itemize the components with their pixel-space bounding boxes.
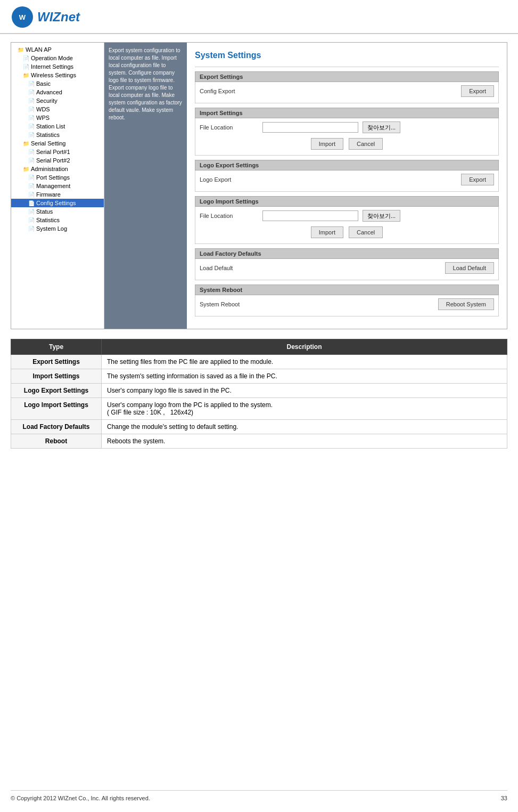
import-cancel-button[interactable]: Cancel [349, 138, 383, 150]
file-icon-status: 📄 [28, 209, 35, 215]
file-icon-statistics-wl: 📄 [28, 132, 35, 138]
export-settings-section: Export Settings Config Export Export [195, 71, 499, 103]
sidebar-label-wireless-settings: Wireless Settings [31, 72, 76, 78]
sidebar-item-security[interactable]: 📄 Security [11, 96, 104, 105]
logo-import-button[interactable]: Import [311, 226, 343, 238]
sidebar-item-wireless-settings[interactable]: 📁 Wireless Settings [11, 71, 104, 79]
sidebar-item-wlan-ap[interactable]: 📁 WLAN AP [11, 45, 104, 54]
description-text: Export system configuration to local com… [109, 47, 182, 120]
system-reboot-section: System Reboot System Reboot Reboot Syste… [195, 285, 499, 316]
table-row: Logo Import Settings User's company logo… [11, 398, 507, 420]
file-icon-station-list: 📄 [28, 124, 35, 129]
copyright-text: © Copyright 2012 WIZnet Co., Inc. All ri… [11, 795, 150, 801]
sidebar-item-management[interactable]: 📄 Management [11, 182, 104, 190]
sidebar-item-administration[interactable]: 📁 Administration [11, 165, 104, 173]
logo-import-file-location-row: File Location 찾아보기... [200, 210, 494, 222]
table-cell-type: Load Factory Defaults [11, 420, 102, 434]
sidebar-label-firmware: Firmware [36, 191, 61, 198]
table-cell-type: Export Settings [11, 355, 102, 369]
sidebar-label-serial-port2: Serial Port#2 [36, 157, 70, 164]
load-default-label: Load Default [200, 265, 258, 271]
file-icon-advanced: 📄 [28, 90, 35, 95]
table-row: Import Settings The system's setting inf… [11, 369, 507, 384]
sidebar-label-statistics-adm: Statistics [36, 217, 60, 223]
sidebar-item-wps[interactable]: 📄 WPS [11, 113, 104, 122]
table-cell-desc: User's company logo file is saved in the… [102, 384, 507, 398]
file-icon: 📄 [23, 55, 29, 61]
config-export-label: Config Export [200, 88, 258, 94]
file-icon-config-settings: 📄 [28, 200, 35, 206]
page-footer: © Copyright 2012 WIZnet Co., Inc. All ri… [11, 790, 507, 801]
table-row: Export Settings The setting files from t… [11, 355, 507, 369]
sidebar-label-status: Status [36, 208, 53, 215]
sidebar-item-statistics-adm[interactable]: 📄 Statistics [11, 216, 104, 224]
table-cell-desc: Change the module's setting to default s… [102, 420, 507, 434]
export-settings-header: Export Settings [195, 71, 499, 82]
sidebar-label-statistics-wl: Statistics [36, 132, 60, 138]
main-content: 📁 WLAN AP 📄 Operation Mode 📄 Internet Se… [0, 34, 518, 457]
sidebar-label-station-list: Station List [36, 123, 65, 129]
sidebar-item-basic[interactable]: 📄 Basic [11, 79, 104, 88]
description-panel: Export system configuration to local com… [104, 43, 187, 329]
sidebar-label-security: Security [36, 98, 57, 104]
sidebar-label-serial-setting: Serial Setting [31, 140, 65, 147]
logo-export-settings-header: Logo Export Settings [195, 160, 499, 170]
file-icon-basic: 📄 [28, 81, 35, 87]
sidebar-item-status[interactable]: 📄 Status [11, 207, 104, 216]
folder-icon-admin: 📁 [23, 166, 29, 172]
file-icon-firmware: 📄 [28, 192, 35, 198]
sidebar-item-operation-mode[interactable]: 📄 Operation Mode [11, 54, 104, 62]
import-file-location-input[interactable] [262, 122, 358, 133]
table-cell-type: Import Settings [11, 369, 102, 384]
file-icon-port-settings: 📄 [28, 175, 35, 181]
sidebar-item-internet-settings[interactable]: 📄 Internet Settings [11, 62, 104, 71]
logo-export-settings-body: Logo Export Export [195, 170, 499, 192]
file-icon: 📄 [23, 64, 29, 70]
file-icon-serial-port1: 📄 [28, 149, 35, 155]
sidebar-item-wds[interactable]: 📄 WDS [11, 105, 104, 113]
sidebar-item-config-settings[interactable]: 📄 Config Settings [11, 199, 104, 207]
sidebar-label-config-settings: Config Settings [36, 200, 76, 206]
logo-import-settings-body: File Location 찾아보기... Import Cancel [195, 207, 499, 244]
import-settings-section: Import Settings File Location 찾아보기... Im… [195, 108, 499, 156]
logo-export-button[interactable]: Export [461, 174, 494, 185]
logo-export-label: Logo Export [200, 176, 258, 183]
file-icon-security: 📄 [28, 98, 35, 104]
sidebar-item-serial-setting[interactable]: 📁 Serial Setting [11, 139, 104, 148]
logo-import-browse-button[interactable]: 찾아보기... [363, 210, 400, 222]
file-icon-serial-port2: 📄 [28, 158, 35, 164]
table-row: Load Factory Defaults Change the module'… [11, 420, 507, 434]
import-file-location-label: File Location [200, 124, 258, 131]
logo-import-settings-section: Logo Import Settings File Location 찾아보기.… [195, 196, 499, 244]
import-file-location-row: File Location 찾아보기... [200, 121, 494, 133]
sidebar-item-statistics-wl[interactable]: 📄 Statistics [11, 131, 104, 139]
sidebar-item-serial-port1[interactable]: 📄 Serial Port#1 [11, 148, 104, 156]
sidebar-label-management: Management [36, 183, 70, 189]
sidebar-item-system-log[interactable]: 📄 System Log [11, 224, 104, 233]
import-browse-button[interactable]: 찾아보기... [363, 121, 400, 133]
svg-text:W: W [19, 13, 26, 21]
table-cell-type: Reboot [11, 434, 102, 449]
sidebar-label-wps: WPS [36, 115, 50, 121]
config-export-button[interactable]: Export [461, 85, 494, 97]
sidebar-item-serial-port2[interactable]: 📄 Serial Port#2 [11, 156, 104, 165]
load-default-button[interactable]: Load Default [445, 262, 494, 274]
sidebar-item-advanced[interactable]: 📄 Advanced [11, 88, 104, 96]
sidebar-item-port-settings[interactable]: 📄 Port Settings [11, 173, 104, 182]
sidebar-item-firmware[interactable]: 📄 Firmware [11, 190, 104, 199]
sidebar-item-station-list[interactable]: 📄 Station List [11, 122, 104, 131]
system-reboot-body: System Reboot Reboot System [195, 295, 499, 316]
logo-import-buttons-row: Import Cancel [200, 224, 494, 240]
sidebar: 📁 WLAN AP 📄 Operation Mode 📄 Internet Se… [11, 43, 104, 329]
sidebar-label-wlan-ap: WLAN AP [26, 46, 52, 53]
file-icon-management: 📄 [28, 183, 35, 189]
table-cell-desc: User's company logo from the PC is appli… [102, 398, 507, 420]
import-button[interactable]: Import [311, 138, 343, 150]
file-icon-statistics-adm: 📄 [28, 217, 35, 223]
sidebar-label-advanced: Advanced [36, 89, 62, 95]
reboot-system-button[interactable]: Reboot System [438, 298, 494, 310]
table-cell-desc: The system's setting information is save… [102, 369, 507, 384]
logo-import-cancel-button[interactable]: Cancel [349, 226, 383, 238]
table-cell-desc: Reboots the system. [102, 434, 507, 449]
logo-import-file-location-input[interactable] [262, 210, 358, 221]
